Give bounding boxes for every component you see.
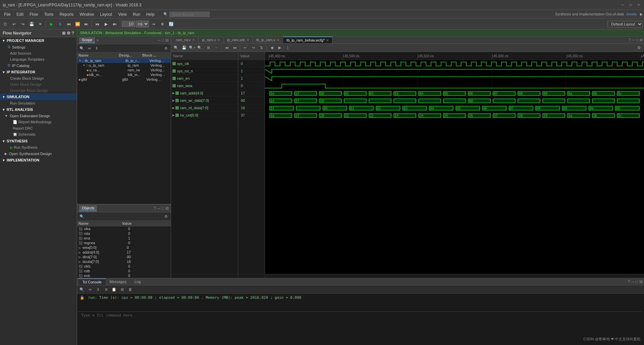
bus-expand-icon[interactable]: ▶ [172,91,175,95]
wave-save-btn[interactable]: 💾 [180,44,188,51]
menu-reports[interactable]: Reports [57,11,76,17]
pause-btn[interactable]: ⏸ [158,20,166,28]
wave-prev-edge-btn[interactable]: ⏮ [223,44,230,51]
loop-btn[interactable]: 🔄 [167,20,175,28]
wave-cursor-btn[interactable]: ↔ [213,44,220,51]
tab-max-icon[interactable]: □ [636,38,638,42]
menu-run[interactable]: Run [130,11,143,17]
table-row[interactable]: ▼ □ u_ip_ram ip_ram Verilog... [77,63,171,68]
tab-close[interactable]: ✕ [277,38,279,42]
bottom-help-icon[interactable]: ? [628,279,630,284]
nav-report-methodology[interactable]: 📄 Report Methodology [0,119,77,125]
list-item[interactable]: ▶ wea[0:0] 0 [77,245,171,250]
wave-signal-row[interactable]: sys_rst_n [171,67,238,75]
nav-open-elaborated-design[interactable]: ▼ Open Elaborated Design [0,113,77,119]
minimize-btn[interactable]: ─ [620,2,625,8]
wave-signal-row[interactable]: ▶ ram_addr[4:0] [171,89,238,97]
nav-schematic[interactable]: 🔲 Schematic [0,131,77,138]
list-item[interactable]: ⬛ regcea 0 [77,240,171,245]
tcl-grid-btn[interactable]: ⊞ [119,286,125,293]
tab-tb-ip-ram-behav[interactable]: tb_ip_ram_behav.wcfg* ✕ [283,37,332,43]
section-project-manager-header[interactable]: ▼ PROJECT MANAGER [0,37,77,44]
nav-open-synthesized-design[interactable]: ▶ Open Synthesized Design [0,151,77,157]
restart-btn[interactable]: ⏮ [65,20,73,28]
list-item[interactable]: ⬛ rsta 0 [77,231,171,236]
flow-nav-help[interactable]: ? [72,31,74,36]
wave-zoom-in-btn[interactable]: 🔍+ [189,44,196,51]
wave-settings-btn[interactable]: ⚙ [635,44,643,51]
wave-canvas[interactable] [265,52,644,118]
wave-next-marker-btn[interactable]: ▶ [276,44,283,51]
list-item[interactable]: ⬛ enb 0 [77,273,171,278]
step-btn[interactable]: ⏩ [73,20,82,28]
objects-help-icon[interactable]: ? [154,206,156,211]
wave-zoom-out-btn[interactable]: 🔍- [197,44,204,51]
list-item[interactable]: ▶ dina[7:0] 00 [77,255,171,259]
wave-fit-btn[interactable]: ⊞ [205,44,212,51]
bottom-min-icon[interactable]: ─ [631,279,634,284]
tab-tcl-console[interactable]: Tcl Console [78,278,106,285]
bus-expand-icon[interactable]: ▶ [172,114,175,117]
expand-icon[interactable]: ▼ [78,59,82,62]
wave-next-edge-btn[interactable]: ⏭ [231,44,238,51]
tab-ip-ram-xdc[interactable]: ip_ram.xdc ✕ [224,37,253,43]
tcl-pause-btn[interactable]: ⏸ [103,286,109,293]
tcl-expand-btn[interactable]: ⇕ [95,286,101,293]
new-btn[interactable]: 🗋 [1,20,9,28]
prev-frame-btn[interactable]: ⏮ [93,20,101,28]
scope-max-icon[interactable]: □ [162,38,164,43]
objects-pin-icon[interactable]: ─ [157,206,160,211]
expand-icon[interactable]: ▼ [83,64,86,67]
wave-signal-row[interactable]: ram_en [171,75,238,82]
tcl-input[interactable] [78,312,643,319]
tab-close[interactable]: ✕ [192,38,195,42]
tab-close[interactable]: ✕ [326,39,329,42]
tcl-copy-btn[interactable]: 📋 [111,286,117,293]
wave-swap-btn[interactable]: ⇅ [258,44,265,51]
tab-log[interactable]: Log [130,279,145,285]
maximize-btn[interactable]: □ [628,2,633,8]
scope-search-btn[interactable]: 🔍 [78,45,85,52]
wave-signal-row[interactable]: ▶ ram_rd_data[7:0] [171,104,238,112]
save-btn[interactable]: 💾 [28,20,36,28]
objects-settings-btn[interactable]: ⚙ [163,213,169,220]
wave-add-marker-btn[interactable]: | [284,44,291,51]
next-frame-btn[interactable]: ⏭ [111,20,119,28]
nav-run-synthesis[interactable]: ▶ Run Synthesis [0,144,77,151]
tab-ip-ram-v[interactable]: ip_ram.v ✕ [199,37,224,43]
scope-pin-icon[interactable]: ─ [157,38,160,43]
undo-btn[interactable]: ↩ [10,20,18,28]
bottom-expand-icon[interactable]: ⊞ [639,279,643,284]
tab-expand-icon[interactable]: ⊞ [640,38,643,42]
wave-redo-btn[interactable]: ↪ [250,44,257,51]
step-over-btn[interactable]: ⏭ [82,20,90,28]
menu-edit[interactable]: Edit [14,11,26,17]
flow-nav-pin[interactable]: ⊞ [62,31,65,36]
nav-generate-block-design[interactable]: Generate Block Design [0,87,77,93]
scope-settings-btn[interactable]: ⚙ [163,45,169,52]
list-item[interactable]: ▶ douta[7:0] 16 [77,259,171,264]
run-btn[interactable]: ▶ [47,20,55,28]
tab-close[interactable]: ✕ [247,38,249,42]
close-btn[interactable]: ✕ [636,2,641,8]
tab-help-icon[interactable]: ? [629,38,631,42]
wave-signal-row[interactable]: ▶ rw_cnt[5:0] [171,112,238,119]
tab-messages[interactable]: Messages [106,279,130,285]
layout-select[interactable]: Default Layout [607,21,643,27]
menu-layout[interactable]: Layout [97,11,115,17]
tab-tb-ip-ram-v[interactable]: tb_ip_ram.v ✕ [253,37,283,43]
section-ip-integrator-header[interactable]: ▼ IP INTEGRATOR [0,69,77,75]
nav-settings[interactable]: ⚙ Settings [0,44,77,50]
objects-max-icon[interactable]: □ [162,206,164,211]
tab-close[interactable]: ✕ [217,38,220,42]
objects-search-btn[interactable]: 🔍 [78,213,85,220]
scope-close[interactable]: ✕ [96,39,99,42]
nav-open-block-design[interactable]: Open Block Design [0,81,77,87]
nav-add-sources[interactable]: Add Sources [0,50,77,56]
wave-hscroll[interactable] [265,274,644,278]
stop-btn[interactable]: ⏸ [56,20,64,28]
objects-expand-icon[interactable]: ⊞ [165,206,169,211]
list-item[interactable]: ⬛ rstb 0 [77,269,171,273]
flow-nav-settings[interactable]: ⚙ [67,31,70,36]
table-row[interactable]: ■ u_ra... ram_rw Verilog... [77,68,171,72]
